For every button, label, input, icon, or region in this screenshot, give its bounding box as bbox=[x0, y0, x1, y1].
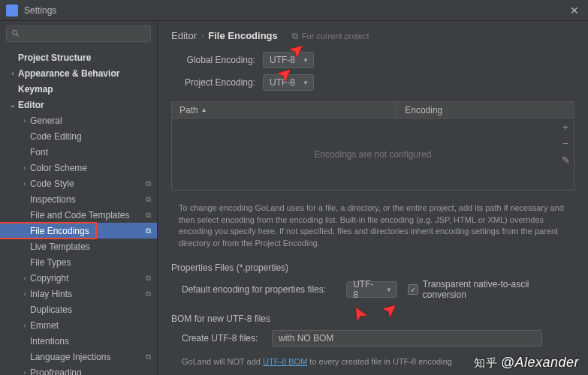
chevron-down-icon: ⌄ bbox=[9, 101, 17, 109]
chevron-right-icon: › bbox=[21, 180, 29, 188]
sidebar-item-label: Inspections bbox=[30, 194, 146, 205]
sidebar-item-label: Duplicates bbox=[30, 304, 151, 315]
add-button[interactable]: + bbox=[557, 118, 574, 135]
sidebar-item-font[interactable]: Font bbox=[0, 144, 157, 160]
encoding-hint: To change encoding GoLand uses for a fil… bbox=[171, 196, 574, 255]
project-scope-icon: ⧉ bbox=[146, 211, 151, 220]
sidebar-item-label: Intentions bbox=[30, 336, 151, 346]
search-box[interactable] bbox=[6, 26, 151, 42]
chevron-right-icon: › bbox=[21, 322, 29, 329]
svg-point-0 bbox=[13, 31, 17, 35]
remove-button[interactable]: − bbox=[557, 135, 574, 152]
main-panel: Editor › File Encodings For current proj… bbox=[158, 21, 588, 375]
project-encoding-row: Project Encoding: UTF-8 ▼ bbox=[171, 74, 574, 91]
sidebar-item-file-types[interactable]: File Types bbox=[0, 254, 157, 270]
sidebar-item-intentions[interactable]: Intentions bbox=[0, 333, 157, 349]
sidebar-item-appearance-behavior[interactable]: ›Appearance & Behavior bbox=[0, 65, 157, 81]
column-path[interactable]: Path ▲ bbox=[172, 102, 397, 118]
sidebar-item-label: Live Templates bbox=[30, 242, 151, 252]
project-scope-icon: ⧉ bbox=[146, 179, 151, 188]
project-scope-icon: ⧉ bbox=[146, 195, 151, 204]
breadcrumb: Editor › File Encodings For current proj… bbox=[171, 30, 574, 41]
sort-asc-icon: ▲ bbox=[201, 106, 207, 113]
bom-create-row: Create UTF-8 files: bbox=[182, 330, 574, 346]
sidebar-item-copyright[interactable]: ›Copyright⧉ bbox=[0, 270, 157, 286]
titlebar: Settings ✕ bbox=[0, 0, 588, 21]
sidebar-item-color-scheme[interactable]: ›Color Scheme bbox=[0, 160, 157, 176]
chevron-right-icon: › bbox=[21, 117, 29, 124]
chevron-right-icon: › bbox=[21, 290, 29, 298]
sidebar-item-label: File and Code Templates bbox=[30, 210, 146, 220]
sidebar-item-emmet[interactable]: ›Emmet bbox=[0, 317, 157, 333]
project-encoding-dropdown[interactable]: UTF-8 ▼ bbox=[263, 74, 314, 91]
sidebar: Project Structure›Appearance & BehaviorK… bbox=[0, 21, 158, 375]
empty-state: Encodings are not configured bbox=[314, 149, 431, 160]
sidebar-item-label: Code Editing bbox=[30, 131, 151, 142]
sidebar-item-label: Language Injections bbox=[30, 352, 146, 362]
chevron-right-icon: › bbox=[21, 274, 29, 282]
project-scope-icon: ⧉ bbox=[146, 352, 151, 362]
caret-down-icon: ▼ bbox=[386, 286, 392, 293]
sidebar-item-label: Copyright bbox=[30, 273, 146, 284]
sidebar-item-file-and-code-templates[interactable]: File and Code Templates⧉ bbox=[0, 207, 157, 223]
checkbox-icon: ✓ bbox=[408, 284, 418, 295]
sidebar-item-keymap[interactable]: Keymap bbox=[0, 81, 157, 97]
sidebar-item-editor[interactable]: ⌄Editor bbox=[0, 97, 157, 112]
sidebar-item-code-editing[interactable]: Code Editing bbox=[0, 128, 157, 144]
search-icon bbox=[11, 29, 20, 38]
project-scope-icon: ⧉ bbox=[146, 290, 151, 298]
table-body: Encodings are not configured + − ✎ bbox=[172, 118, 574, 190]
column-encoding[interactable]: Encoding bbox=[397, 102, 574, 118]
svg-rect-3 bbox=[294, 34, 297, 38]
breadcrumb-current: File Encodings bbox=[208, 30, 277, 41]
sidebar-item-live-templates[interactable]: Live Templates bbox=[0, 238, 157, 254]
properties-section-label: Properties Files (*.properties) bbox=[171, 262, 574, 273]
bom-section-label: BOM for new UTF-8 files bbox=[171, 314, 574, 324]
sidebar-item-inlay-hints[interactable]: ›Inlay Hints⧉ bbox=[0, 286, 157, 302]
search-input[interactable] bbox=[23, 29, 146, 38]
sidebar-item-label: Inlay Hints bbox=[30, 289, 146, 299]
sidebar-item-label: Proofreading bbox=[30, 368, 151, 376]
sidebar-item-file-encodings[interactable]: File Encodings⧉ bbox=[0, 223, 157, 238]
app-icon bbox=[6, 4, 18, 16]
sidebar-item-label: Editor bbox=[18, 100, 151, 110]
chevron-right-icon: › bbox=[21, 369, 29, 376]
sidebar-item-label: Keymap bbox=[18, 84, 151, 94]
properties-default-dropdown[interactable]: UTF-8 ▼ bbox=[346, 281, 397, 298]
sidebar-item-general[interactable]: ›General bbox=[0, 112, 157, 128]
sidebar-item-language-injections[interactable]: Language Injections⧉ bbox=[0, 349, 157, 364]
sidebar-item-duplicates[interactable]: Duplicates bbox=[0, 302, 157, 317]
project-scope-tag: For current project bbox=[291, 32, 369, 40]
bom-create-label: Create UTF-8 files: bbox=[182, 333, 264, 344]
settings-tree: Project Structure›Appearance & BehaviorK… bbox=[0, 46, 157, 375]
copy-icon bbox=[291, 32, 299, 40]
global-encoding-label: Global Encoding: bbox=[171, 55, 255, 65]
global-encoding-row: Global Encoding: UTF-8 ▼ bbox=[171, 52, 574, 68]
sidebar-item-label: Appearance & Behavior bbox=[18, 68, 151, 79]
table-header: Path ▲ Encoding bbox=[172, 102, 574, 118]
svg-line-1 bbox=[17, 34, 19, 37]
transparent-conversion-checkbox[interactable]: ✓ Transparent native-to-ascii conversion bbox=[408, 279, 574, 300]
sidebar-item-proofreading[interactable]: ›Proofreading bbox=[0, 364, 157, 375]
close-icon[interactable]: ✕ bbox=[567, 4, 582, 16]
caret-down-icon: ▼ bbox=[303, 57, 309, 64]
chevron-right-icon: › bbox=[201, 32, 204, 40]
sidebar-item-code-style[interactable]: ›Code Style⧉ bbox=[0, 176, 157, 191]
edit-button[interactable]: ✎ bbox=[557, 152, 574, 168]
watermark: @Alexander bbox=[474, 355, 579, 370]
project-scope-icon: ⧉ bbox=[146, 274, 151, 283]
project-encoding-label: Project Encoding: bbox=[171, 77, 255, 88]
properties-default-row: Default encoding for properties files: U… bbox=[182, 279, 574, 300]
window-title: Settings bbox=[24, 5, 567, 16]
breadcrumb-parent[interactable]: Editor bbox=[171, 30, 197, 41]
sidebar-item-inspections[interactable]: Inspections⧉ bbox=[0, 191, 157, 207]
chevron-right-icon: › bbox=[9, 70, 17, 77]
bom-create-field[interactable] bbox=[272, 330, 542, 346]
svg-rect-2 bbox=[292, 33, 296, 37]
utf8-bom-link[interactable]: UTF-8 BOM bbox=[263, 357, 307, 366]
global-encoding-dropdown[interactable]: UTF-8 ▼ bbox=[263, 52, 314, 68]
sidebar-item-label: File Types bbox=[30, 257, 151, 268]
sidebar-item-project-structure[interactable]: Project Structure bbox=[0, 50, 157, 65]
sidebar-item-label: Code Style bbox=[30, 178, 146, 189]
sidebar-item-label: File Encodings bbox=[30, 226, 146, 236]
